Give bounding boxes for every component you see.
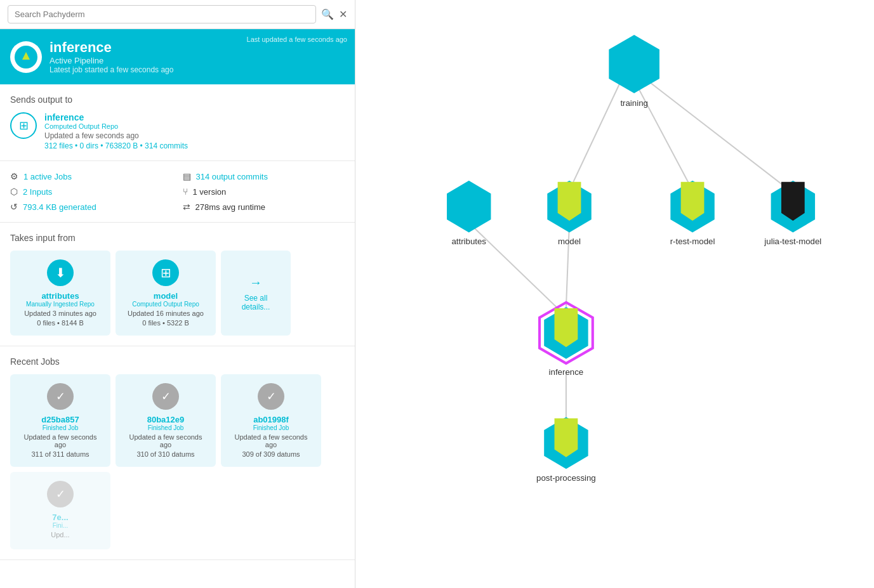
checkmark-icon: ✓	[56, 389, 65, 403]
edge-training-julia	[647, 80, 790, 190]
job-status-1: Finished Job	[124, 424, 207, 431]
jobs-icon: ⚙	[10, 171, 18, 181]
label-r-test-model: r-test-model	[670, 237, 715, 246]
recent-jobs-section: Recent Jobs ✓ d25ba857 Finished Job Upda…	[0, 346, 355, 560]
pipeline-latest: Latest job started a few seconds ago	[50, 65, 345, 74]
dag-container: training attributes model r-test-model	[355, 0, 874, 588]
node-julia-test-model[interactable]	[771, 181, 815, 233]
job-id-2[interactable]: ab01998f	[230, 415, 312, 424]
pipeline-info: inference Active Pipeline Latest job sta…	[50, 39, 345, 74]
inputs-link[interactable]: 2 Inputs	[23, 187, 52, 197]
model-card-name[interactable]: model	[124, 291, 207, 301]
model-card-icon: ⊞	[152, 259, 179, 286]
stats-grid: ⚙ 1 active Jobs ▤ 314 output commits ⬡ 2…	[0, 161, 355, 223]
stat-runtime: ⇄ 278ms avg runtime	[183, 202, 345, 212]
left-panel: 🔍 ✕ inference Active Pipeline Latest job…	[0, 0, 355, 588]
runtime-icon: ⇄	[183, 202, 190, 212]
job-icon-1: ✓	[152, 383, 179, 410]
repo-name[interactable]: inference	[44, 112, 188, 122]
job-id-1[interactable]: 80ba12e9	[124, 415, 207, 424]
job-status-0: Finished Job	[19, 424, 102, 431]
output-repo-item: ⊞ inference Computed Output Repo Updated…	[10, 112, 345, 150]
node-model[interactable]	[547, 181, 591, 233]
repo-updated: Updated a few seconds ago	[44, 131, 188, 140]
job-card-3[interactable]: ✓ 7e... Fini... Upd...	[10, 472, 110, 549]
attributes-card-icon: ⬇	[47, 259, 74, 286]
pipeline-header: inference Active Pipeline Latest job sta…	[0, 29, 355, 84]
download-icon: ⬇	[55, 265, 66, 280]
job-card-1[interactable]: ✓ 80ba12e9 Finished Job Updated a few se…	[116, 374, 216, 467]
svg-marker-10	[781, 182, 805, 221]
jobs-grid: ✓ d25ba857 Finished Job Updated a few se…	[10, 374, 345, 549]
takes-input-title: Takes input from	[10, 233, 345, 243]
attributes-card-type: Manually Ingested Repo	[19, 301, 102, 308]
job-updated-3: Upd...	[19, 531, 102, 539]
job-updated-0: Updated a few seconds ago	[19, 433, 102, 448]
job-status-2: Finished Job	[230, 424, 312, 431]
input-cards: ⬇ attributes Manually Ingested Repo Upda…	[10, 251, 345, 336]
dag-panel: training attributes model r-test-model	[355, 0, 874, 588]
logo-icon	[15, 46, 37, 69]
commits-icon: ▤	[183, 171, 191, 181]
svg-marker-6	[558, 182, 581, 221]
model-card-stats: 0 files • 5322 B	[124, 319, 207, 327]
job-status-3: Fini...	[19, 522, 102, 529]
model-card-updated: Updated 16 minutes ago	[124, 310, 207, 317]
dag-svg: training attributes model r-test-model	[355, 0, 874, 588]
search-bar: 🔍 ✕	[0, 0, 355, 29]
attributes-card-name[interactable]: attributes	[19, 291, 102, 301]
pipeline-logo	[10, 41, 42, 73]
input-card-model[interactable]: ⊞ model Computed Output Repo Updated 16 …	[116, 251, 216, 336]
pipeline-status: Active Pipeline	[50, 56, 345, 65]
stat-active-jobs: ⚙ 1 active Jobs	[10, 171, 173, 181]
node-inference[interactable]	[540, 303, 593, 363]
edge-attributes-inference	[469, 223, 557, 307]
label-training: training	[620, 98, 648, 108]
job-id-3[interactable]: 7e...	[19, 513, 102, 522]
repo-stats[interactable]: 312 files • 0 dirs • 763820 B • 314 comm…	[44, 141, 188, 150]
job-datums-2: 309 of 309 datums	[230, 450, 312, 458]
search-icon[interactable]: 🔍	[321, 8, 334, 20]
output-commits-link[interactable]: 314 output commits	[196, 172, 268, 181]
svg-marker-13	[555, 308, 578, 347]
checkmark-icon-2: ✓	[267, 389, 276, 403]
job-datums-0: 311 of 311 datums	[19, 450, 102, 458]
sends-output-section: Sends output to ⊞ inference Computed Out…	[0, 84, 355, 161]
generated-icon: ↺	[10, 202, 18, 212]
svg-marker-8	[681, 182, 705, 221]
node-attributes[interactable]	[447, 181, 491, 233]
active-jobs-link[interactable]: 1 active Jobs	[23, 172, 72, 181]
job-updated-1: Updated a few seconds ago	[124, 433, 207, 448]
input-card-attributes[interactable]: ⬇ attributes Manually Ingested Repo Upda…	[10, 251, 110, 336]
node-post-processing[interactable]	[544, 417, 588, 469]
sends-output-title: Sends output to	[10, 95, 345, 105]
model-card-type: Computed Output Repo	[124, 301, 207, 308]
recent-jobs-title: Recent Jobs	[10, 356, 345, 367]
job-card-0[interactable]: ✓ d25ba857 Finished Job Updated a few se…	[10, 374, 110, 467]
search-input[interactable]	[8, 5, 316, 23]
stat-inputs: ⬡ 2 Inputs	[10, 186, 173, 197]
inputs-icon: ⬡	[10, 186, 18, 197]
close-icon[interactable]: ✕	[339, 8, 347, 20]
repo-icon-symbol: ⊞	[19, 119, 29, 133]
job-datums-1: 310 of 310 datums	[124, 450, 207, 458]
attributes-card-updated: Updated 3 minutes ago	[19, 310, 102, 317]
see-all-label[interactable]: See all details...	[230, 294, 282, 311]
checkmark-icon-1: ✓	[161, 389, 171, 403]
job-id-0[interactable]: d25ba857	[19, 415, 102, 424]
label-model: model	[558, 237, 581, 246]
runtime-text: 278ms avg runtime	[195, 202, 266, 212]
job-card-2[interactable]: ✓ ab01998f Finished Job Updated a few se…	[221, 374, 321, 467]
svg-marker-15	[555, 419, 578, 457]
label-attributes: attributes	[451, 237, 486, 246]
generated-link[interactable]: 793.4 KB generated	[23, 202, 96, 212]
edge-training-rtest	[634, 80, 692, 190]
stat-generated: ↺ 793.4 KB generated	[10, 202, 173, 212]
svg-marker-4	[447, 181, 491, 233]
takes-input-section: Takes input from ⬇ attributes Manually I…	[0, 223, 355, 346]
see-all-card[interactable]: → See all details...	[221, 251, 291, 336]
last-updated: Last updated a few seconds ago	[247, 36, 347, 43]
node-r-test-model[interactable]	[670, 181, 714, 233]
stat-version: ⑂ 1 version	[183, 186, 345, 197]
label-inference: inference	[549, 367, 584, 377]
